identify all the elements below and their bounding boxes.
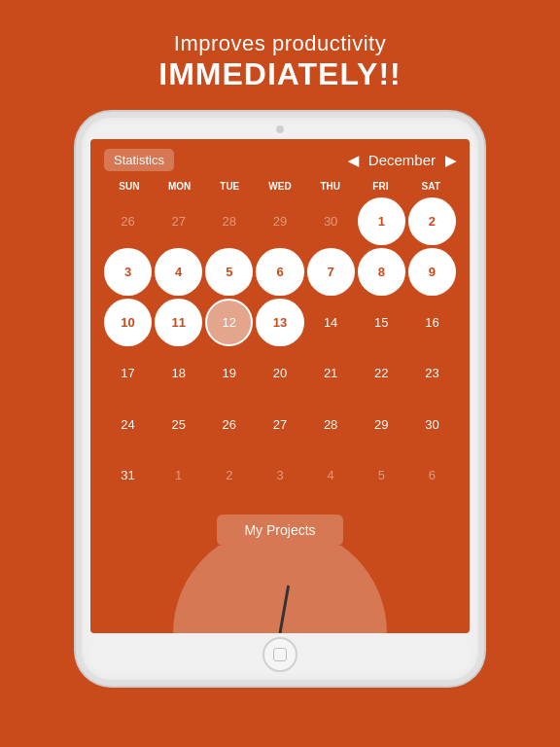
- cal-cell[interactable]: 29: [256, 197, 303, 245]
- cal-cell[interactable]: 22: [358, 349, 405, 397]
- day-headers: SUNMONTUEWEDTHUFRISAT: [104, 179, 456, 194]
- calendar-grid: 2627282930123456789101112131415161718192…: [104, 197, 456, 499]
- day-header-wed: WED: [255, 179, 305, 194]
- day-header-sun: SUN: [104, 179, 155, 194]
- cal-cell[interactable]: 20: [256, 349, 303, 397]
- cal-cell[interactable]: 10: [104, 299, 152, 346]
- cal-cell[interactable]: 8: [358, 248, 405, 296]
- home-button-inner: [273, 648, 287, 661]
- cal-cell[interactable]: 27: [155, 197, 202, 245]
- cal-cell[interactable]: 11: [155, 299, 202, 346]
- day-header-mon: MON: [155, 179, 205, 194]
- prev-month-button[interactable]: ◀: [348, 153, 359, 168]
- cal-cell[interactable]: 18: [155, 349, 202, 397]
- cal-cell[interactable]: 4: [155, 248, 202, 296]
- ipad-home-button[interactable]: [262, 637, 298, 672]
- cal-cell[interactable]: 26: [205, 401, 253, 448]
- cal-cell[interactable]: 28: [307, 401, 355, 448]
- cal-cell[interactable]: 16: [408, 299, 456, 346]
- cal-cell[interactable]: 26: [104, 197, 152, 245]
- day-header-sat: SAT: [405, 179, 456, 194]
- cal-cell[interactable]: 21: [307, 349, 355, 397]
- cal-cell[interactable]: 6: [408, 451, 456, 499]
- headline: Improves productivity IMMEDIATELY!!: [158, 31, 401, 92]
- statistics-button[interactable]: Statistics: [104, 149, 174, 171]
- cal-cell[interactable]: 3: [256, 451, 303, 499]
- ipad-camera: [276, 125, 284, 133]
- calendar-container: Statistics ◀ December ▶ SUNMONTUEWEDTHUF…: [90, 139, 470, 505]
- calendar-header: Statistics ◀ December ▶: [104, 149, 456, 171]
- day-header-tue: TUE: [204, 179, 255, 194]
- cal-cell[interactable]: 23: [408, 349, 456, 397]
- cal-cell[interactable]: 5: [205, 248, 253, 296]
- cal-cell[interactable]: 6: [256, 248, 303, 296]
- cal-cell[interactable]: 19: [205, 349, 253, 397]
- headline-main: IMMEDIATELY!!: [158, 56, 401, 92]
- cal-cell[interactable]: 7: [307, 248, 355, 296]
- headline-sub: Improves productivity: [158, 31, 401, 56]
- ipad-screen: Statistics ◀ December ▶ SUNMONTUEWEDTHUF…: [90, 139, 470, 633]
- cal-cell[interactable]: 14: [307, 299, 355, 346]
- cal-cell[interactable]: 13: [256, 299, 303, 346]
- arc-needle: [279, 585, 291, 633]
- month-label: December: [368, 152, 436, 168]
- cal-cell[interactable]: 30: [307, 197, 355, 245]
- next-month-button[interactable]: ▶: [445, 153, 456, 168]
- cal-cell[interactable]: 24: [104, 401, 152, 448]
- cal-cell[interactable]: 17: [104, 349, 152, 397]
- bottom-arc: [173, 546, 387, 633]
- ipad-frame: Statistics ◀ December ▶ SUNMONTUEWEDTHUF…: [76, 112, 484, 686]
- cal-cell[interactable]: 1: [155, 451, 202, 499]
- month-nav: ◀ December ▶: [348, 152, 456, 168]
- cal-cell[interactable]: 27: [256, 401, 303, 448]
- cal-cell[interactable]: 4: [307, 451, 355, 499]
- my-projects-button[interactable]: My Projects: [217, 515, 342, 546]
- cal-cell[interactable]: 2: [408, 197, 456, 245]
- cal-cell[interactable]: 15: [358, 299, 405, 346]
- cal-cell[interactable]: 31: [104, 451, 152, 499]
- day-header-thu: THU: [305, 179, 356, 194]
- cal-cell[interactable]: 25: [155, 401, 202, 448]
- cal-cell[interactable]: 2: [205, 451, 253, 499]
- cal-cell[interactable]: 1: [358, 197, 405, 245]
- cal-cell[interactable]: 9: [408, 248, 456, 296]
- cal-cell[interactable]: 12: [205, 299, 253, 346]
- bottom-arc-container: [90, 546, 470, 633]
- day-header-fri: FRI: [356, 179, 406, 194]
- cal-cell[interactable]: 5: [358, 451, 405, 499]
- cal-cell[interactable]: 30: [408, 401, 456, 448]
- cal-cell[interactable]: 3: [104, 248, 152, 296]
- cal-cell[interactable]: 28: [205, 197, 253, 245]
- cal-cell[interactable]: 29: [358, 401, 405, 448]
